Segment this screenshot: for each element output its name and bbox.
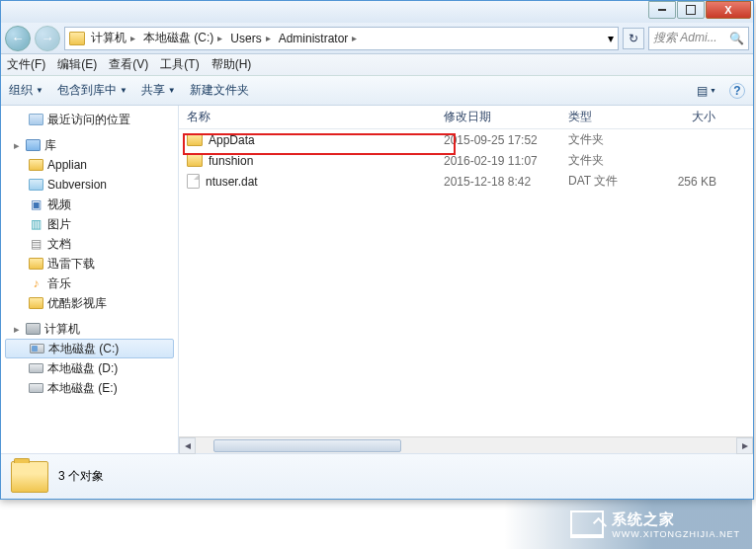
breadcrumb[interactable]: Administrator▸: [277, 32, 364, 45]
tree-label: 本地磁盘 (C:): [48, 341, 119, 357]
folder-large-icon: [11, 461, 48, 493]
share-button[interactable]: 共享▼: [141, 82, 176, 99]
tree-lib-music[interactable]: ♪音乐: [1, 274, 178, 293]
table-row[interactable]: ntuser.dat2015-12-18 8:42DAT 文件256 KB: [179, 171, 753, 192]
file-rows[interactable]: AppData2015-09-25 17:52文件夹funshion2016-0…: [179, 129, 753, 436]
breadcrumb[interactable]: 计算机▸: [89, 30, 141, 46]
tree-library[interactable]: ▸ 库: [1, 135, 178, 155]
tree-label: 本地磁盘 (D:): [47, 360, 118, 377]
tree-lib-video[interactable]: ▣视频: [1, 195, 178, 214]
explorer-window: X ← → 计算机▸ 本地磁盘 (C:)▸ Users▸ Administrat…: [0, 0, 754, 500]
view-options-button[interactable]: ▤▼: [698, 82, 715, 100]
tree-computer[interactable]: ▸ 计算机: [1, 319, 178, 339]
column-size[interactable]: 大小: [655, 109, 724, 125]
scroll-left-arrow[interactable]: ◂: [179, 437, 196, 454]
minimize-button[interactable]: [648, 1, 676, 19]
chevron-right-icon[interactable]: ▸: [352, 33, 357, 43]
menu-help[interactable]: 帮助(H): [211, 56, 252, 73]
tree-drive-d[interactable]: 本地磁盘 (D:): [1, 358, 178, 378]
close-button[interactable]: X: [706, 1, 751, 19]
scroll-thumb[interactable]: [213, 439, 401, 452]
pictures-icon: ▥: [29, 217, 43, 231]
view-icon: ▤: [697, 84, 708, 98]
breadcrumb-label: 计算机: [91, 30, 126, 46]
new-folder-button[interactable]: 新建文件夹: [190, 82, 249, 99]
chevron-down-icon: ▼: [710, 87, 716, 94]
file-type: 文件夹: [560, 131, 655, 148]
include-label: 包含到库中: [57, 82, 117, 99]
file-name: ntuser.dat: [206, 175, 258, 189]
search-placeholder: 搜索 Admi...: [653, 30, 717, 46]
chevron-right-icon[interactable]: ▸: [217, 33, 222, 43]
horizontal-scrollbar[interactable]: ◂ ▸: [179, 436, 753, 453]
include-library-button[interactable]: 包含到库中▼: [57, 82, 127, 99]
details-pane: 3 个对象: [1, 453, 753, 499]
tree-label: 视频: [47, 196, 71, 213]
tree-label: Subversion: [47, 178, 107, 192]
tree-label: 音乐: [47, 275, 71, 292]
folder-icon: [187, 133, 203, 146]
organize-button[interactable]: 组织▼: [9, 82, 43, 99]
menu-bar: 文件(F) 编辑(E) 查看(V) 工具(T) 帮助(H): [1, 54, 753, 76]
tree-drive-e[interactable]: 本地磁盘 (E:): [1, 378, 178, 398]
refresh-button[interactable]: ↻: [623, 28, 644, 49]
maximize-button[interactable]: [677, 1, 705, 19]
tree-lib-pictures[interactable]: ▥图片: [1, 214, 178, 234]
expand-icon[interactable]: ▸: [11, 140, 22, 151]
expand-icon[interactable]: ▸: [11, 324, 22, 335]
toolbar: 组织▼ 包含到库中▼ 共享▼ 新建文件夹 ▤▼ ?: [1, 76, 753, 106]
search-icon[interactable]: 🔍: [729, 32, 744, 45]
search-input[interactable]: 搜索 Admi... 🔍: [648, 27, 749, 50]
menu-tools[interactable]: 工具(T): [160, 56, 199, 73]
tree-lib-item[interactable]: Applian: [1, 155, 178, 175]
nav-forward-button[interactable]: →: [35, 26, 60, 51]
tree-label: 文档: [47, 236, 71, 253]
chevron-right-icon[interactable]: ▸: [266, 33, 271, 43]
tree-label: 优酷影视库: [47, 295, 107, 312]
tree-label: 本地磁盘 (E:): [47, 380, 118, 397]
folder-icon: [29, 258, 43, 270]
chevron-down-icon[interactable]: ▾: [608, 32, 614, 45]
help-button[interactable]: ?: [729, 83, 745, 99]
tree-lib-item[interactable]: Subversion: [1, 175, 178, 195]
folder-icon: [29, 297, 43, 309]
table-row[interactable]: funshion2016-02-19 11:07文件夹: [179, 150, 753, 171]
video-icon: ▣: [29, 197, 43, 211]
file-list-pane: 名称 修改日期 类型 大小 AppData2015-09-25 17:52文件夹…: [179, 106, 753, 453]
folder-icon: [69, 32, 85, 45]
address-bar[interactable]: 计算机▸ 本地磁盘 (C:)▸ Users▸ Administrator▸ ▾: [64, 27, 619, 50]
folder-icon: [29, 179, 43, 191]
tree-label: 迅雷下载: [47, 256, 95, 273]
drive-icon: [29, 363, 43, 373]
nav-back-button[interactable]: ←: [5, 26, 31, 51]
object-count: 3 个对象: [58, 468, 104, 485]
tree-lib-documents[interactable]: ▤文档: [1, 234, 178, 254]
navigation-tree[interactable]: 最近访问的位置 ▸ 库 Applian Subversion ▣视频 ▥图片 ▤…: [1, 106, 179, 453]
breadcrumb[interactable]: Users▸: [228, 32, 276, 45]
column-type[interactable]: 类型: [560, 109, 655, 125]
menu-edit[interactable]: 编辑(E): [57, 56, 97, 73]
file-type: DAT 文件: [560, 173, 655, 190]
file-date: 2015-12-18 8:42: [436, 175, 560, 189]
tree-lib-item[interactable]: 迅雷下载: [1, 254, 178, 274]
table-row[interactable]: AppData2015-09-25 17:52文件夹: [179, 129, 753, 150]
tree-lib-item[interactable]: 优酷影视库: [1, 293, 178, 313]
share-label: 共享: [141, 82, 165, 99]
breadcrumb[interactable]: 本地磁盘 (C:)▸: [141, 30, 228, 46]
menu-file[interactable]: 文件(F): [7, 56, 45, 73]
chevron-down-icon: ▼: [120, 86, 127, 95]
tree-recent-places[interactable]: 最近访问的位置: [1, 110, 178, 129]
watermark-logo-icon: [570, 510, 604, 538]
watermark-title: 系统之家: [612, 510, 675, 527]
column-name[interactable]: 名称: [179, 109, 436, 125]
menu-view[interactable]: 查看(V): [109, 56, 148, 73]
column-headers: 名称 修改日期 类型 大小: [179, 106, 753, 129]
chevron-right-icon[interactable]: ▸: [130, 33, 135, 43]
column-date[interactable]: 修改日期: [436, 109, 560, 125]
tree-label: 库: [44, 137, 56, 154]
tree-drive-c[interactable]: 本地磁盘 (C:): [5, 339, 174, 358]
folder-icon: [187, 154, 203, 167]
tree-label: Applian: [47, 158, 87, 172]
scroll-right-arrow[interactable]: ▸: [736, 437, 753, 454]
breadcrumb-label: 本地磁盘 (C:): [143, 30, 213, 46]
